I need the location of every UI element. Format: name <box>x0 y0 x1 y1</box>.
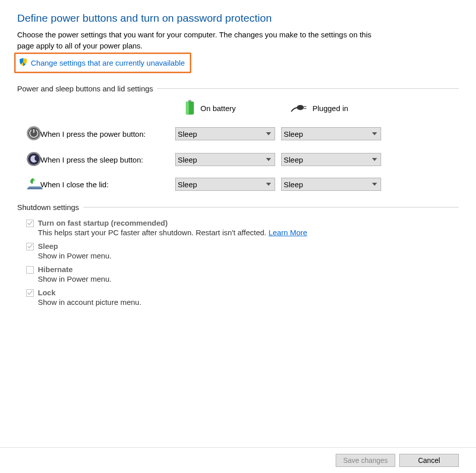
section-header-buttons-lid: Power and sleep buttons and lid settings <box>17 84 153 93</box>
save-changes-button[interactable]: Save changes <box>336 454 395 467</box>
shield-icon <box>19 58 28 68</box>
shutdown-item: HibernateShow in Power menu. <box>17 265 459 283</box>
power-button-battery-select[interactable]: Do nothingSleepHibernateShut downTurn of… <box>175 127 275 140</box>
checkbox <box>26 289 34 297</box>
learn-more-link[interactable]: Learn More <box>269 228 307 237</box>
shutdown-item-desc: This helps start your PC faster after sh… <box>38 228 459 237</box>
page-title: Define power buttons and turn on passwor… <box>17 12 459 24</box>
row-close-lid: When I close the lid: Do nothingSleepHib… <box>17 177 459 192</box>
section-header-shutdown: Shutdown settings <box>17 203 79 212</box>
row-label: When I press the power button: <box>40 130 175 138</box>
shutdown-item-desc: Show in Power menu. <box>38 251 459 260</box>
svg-rect-4 <box>303 106 306 107</box>
power-button-icon <box>26 126 41 142</box>
shutdown-item-title: Lock <box>38 288 459 297</box>
shutdown-item: SleepShow in Power menu. <box>17 242 459 260</box>
change-settings-link[interactable]: Change settings that are currently unava… <box>31 59 185 67</box>
divider <box>83 207 459 207</box>
plug-icon <box>290 102 307 114</box>
svg-rect-5 <box>303 108 306 109</box>
close-lid-battery-select[interactable]: Do nothingSleepHibernateShut downTurn of… <box>175 178 275 191</box>
cancel-button[interactable]: Cancel <box>399 454 459 467</box>
sleep-button-plugged-select[interactable]: Do nothingSleepHibernateShut downTurn of… <box>281 153 381 166</box>
sleep-button-battery-select[interactable]: Do nothingSleepHibernateShut downTurn of… <box>175 153 275 166</box>
svg-rect-2 <box>186 101 189 115</box>
footer: Save changes Cancel <box>0 447 476 467</box>
power-button-plugged-select[interactable]: Do nothingSleepHibernateShut downTurn of… <box>281 127 381 140</box>
shutdown-item: LockShow in account picture menu. <box>17 288 459 306</box>
shutdown-item: Turn on fast startup (recommended)This h… <box>17 219 459 237</box>
column-header-battery: On battery <box>184 100 284 117</box>
sleep-button-icon <box>26 151 41 168</box>
close-lid-plugged-select[interactable]: Do nothingSleepHibernateShut downTurn of… <box>281 178 381 191</box>
battery-icon <box>184 100 195 117</box>
checkbox <box>26 243 34 250</box>
shutdown-item-desc: Show in account picture menu. <box>38 298 459 306</box>
svg-point-3 <box>297 105 304 110</box>
divider <box>157 88 459 89</box>
checkbox <box>26 220 34 227</box>
admin-link-highlight: Change settings that are currently unava… <box>14 52 191 73</box>
page-description: Choose the power settings that you want … <box>17 29 381 51</box>
row-sleep-button: When I press the sleep button: Do nothin… <box>17 151 459 168</box>
checkbox <box>26 266 34 274</box>
shutdown-item-title: Hibernate <box>38 265 459 274</box>
shutdown-item-title: Sleep <box>38 242 459 250</box>
shutdown-item-desc: Show in Power menu. <box>38 275 459 283</box>
row-power-button: When I press the power button: Do nothin… <box>17 126 459 142</box>
row-label: When I close the lid: <box>40 180 175 189</box>
column-header-plugged: Plugged in <box>290 102 390 114</box>
shutdown-item-title: Turn on fast startup (recommended) <box>38 219 459 227</box>
row-label: When I press the sleep button: <box>40 155 175 164</box>
